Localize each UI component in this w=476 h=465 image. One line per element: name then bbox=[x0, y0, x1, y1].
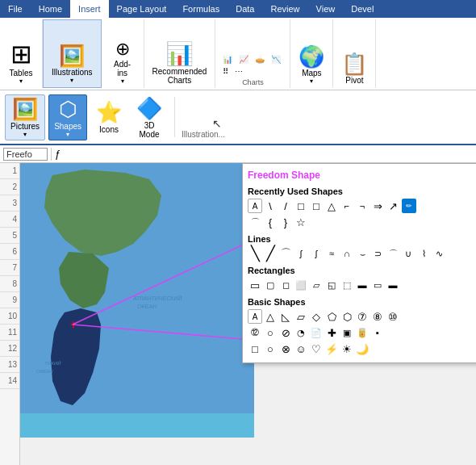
basic-octagon[interactable]: ⑧ bbox=[370, 309, 385, 324]
basic-text-a[interactable]: A bbox=[248, 309, 262, 324]
basic-sun[interactable]: ☀ bbox=[340, 341, 354, 356]
pictures-btn[interactable]: 🖼️ Pictures ▾ bbox=[5, 94, 45, 140]
basic-heart[interactable]: ♡ bbox=[309, 341, 324, 356]
tab-formulas[interactable]: Formulas bbox=[174, 0, 228, 18]
illustrations-icon: 🖼️ bbox=[59, 45, 85, 66]
illustrations-button[interactable]: 🖼️ Illustrations ▾ bbox=[48, 44, 96, 86]
line-chart-btn[interactable]: 📈 bbox=[236, 54, 251, 65]
shape-line-1[interactable]: \ bbox=[263, 199, 278, 213]
basic-moon[interactable]: 🌙 bbox=[355, 341, 370, 356]
shape-rect-2[interactable]: □ bbox=[309, 199, 324, 213]
icons-btn[interactable]: ⭐ Icons bbox=[90, 98, 127, 136]
rect-rounded[interactable]: ▢ bbox=[263, 278, 278, 292]
icons-label: Icons bbox=[99, 125, 119, 134]
basic-tri-right[interactable]: ◺ bbox=[278, 309, 293, 324]
line-connect[interactable]: ⌣ bbox=[355, 246, 370, 261]
recently-used-row-1: A \ / □ □ △ ⌐ ¬ ⇒ ↗ ✏ bbox=[248, 199, 476, 213]
rect-diag[interactable]: ◱ bbox=[324, 278, 339, 292]
line-double[interactable]: ⊃ bbox=[370, 246, 385, 261]
basic-pentagon[interactable]: ⬠ bbox=[324, 309, 339, 324]
basic-circle[interactable]: ○ bbox=[263, 325, 278, 340]
rect-snip-2[interactable]: ⬜ bbox=[294, 278, 308, 292]
basic-fold[interactable]: 📄 bbox=[309, 325, 324, 340]
shape-star-5[interactable]: ☆ bbox=[294, 215, 308, 229]
basic-tri-iso[interactable]: △ bbox=[263, 309, 278, 324]
rect-striped[interactable]: ▬ bbox=[355, 278, 370, 292]
tab-view[interactable]: View bbox=[308, 0, 344, 18]
rect-snip-1[interactable]: ◻ bbox=[278, 278, 293, 292]
tab-file[interactable]: File bbox=[0, 0, 31, 18]
bar-chart-btn[interactable]: 📊 bbox=[220, 54, 235, 65]
tab-review[interactable]: Review bbox=[262, 0, 307, 18]
tables-button[interactable]: ⊞ Tables ▾ bbox=[5, 40, 37, 86]
shape-brace-r[interactable]: } bbox=[278, 215, 293, 229]
basic-plaque[interactable]: ▣ bbox=[340, 325, 354, 340]
basic-dodecagon[interactable]: ⑫ bbox=[248, 325, 262, 340]
line-freeform[interactable]: ∿ bbox=[432, 246, 446, 261]
basic-can[interactable]: 🥫 bbox=[355, 325, 370, 340]
basic-parallelogram[interactable]: ▱ bbox=[294, 309, 308, 324]
shape-curve-1[interactable]: ⌒ bbox=[248, 215, 262, 229]
scatter-chart-btn[interactable]: ⠿ bbox=[220, 66, 231, 77]
shapes-btn[interactable]: ⬡ Shapes ▾ bbox=[48, 94, 87, 140]
line-curve[interactable]: ∫ bbox=[294, 246, 308, 261]
more-chart-btn[interactable]: ⋯ bbox=[232, 66, 245, 77]
line-straight[interactable]: ╲ bbox=[248, 246, 262, 261]
rect-basic[interactable]: ▭ bbox=[248, 278, 262, 292]
shape-corner-1[interactable]: ⌐ bbox=[340, 199, 354, 213]
basic-smiley[interactable]: ☺ bbox=[294, 341, 308, 356]
basic-decagon[interactable]: ⑩ bbox=[386, 309, 400, 324]
line-zigzag[interactable]: ⌒ bbox=[278, 246, 293, 261]
basic-rect-b[interactable]: □ bbox=[248, 341, 262, 356]
pie-chart-icon: 🥧 bbox=[255, 55, 265, 64]
area-chart-btn[interactable]: 📉 bbox=[269, 54, 283, 65]
shape-line-2[interactable]: / bbox=[278, 199, 293, 213]
line-bent[interactable]: ⌇ bbox=[416, 246, 431, 261]
shape-brace-l[interactable]: { bbox=[263, 215, 278, 229]
basic-hexagon[interactable]: ⬡ bbox=[340, 309, 354, 324]
basic-lightning[interactable]: ⚡ bbox=[324, 341, 339, 356]
tab-data[interactable]: Data bbox=[228, 0, 262, 18]
pictures-arrow: ▾ bbox=[23, 131, 27, 138]
tab-home[interactable]: Home bbox=[31, 0, 70, 18]
rect-snip-3[interactable]: ▱ bbox=[309, 278, 324, 292]
shape-freeform[interactable]: ✏ bbox=[402, 199, 416, 213]
line-wave[interactable]: ≈ bbox=[324, 246, 339, 261]
tab-developer[interactable]: Devel bbox=[343, 0, 382, 18]
shape-tri[interactable]: △ bbox=[324, 199, 339, 213]
rect-equal[interactable]: ▭ bbox=[370, 278, 385, 292]
pivot-label: Pivot bbox=[345, 76, 363, 85]
line-elbow-2[interactable]: ∪ bbox=[401, 246, 415, 261]
shape-text-a[interactable]: A bbox=[248, 199, 262, 213]
addins-button[interactable]: ⊕ Add-ins ▾ bbox=[106, 39, 139, 86]
shape-arrow-r[interactable]: ⇒ bbox=[370, 199, 385, 213]
tab-insert[interactable]: Insert bbox=[70, 0, 109, 18]
rect-frame[interactable]: ⬚ bbox=[340, 278, 354, 292]
line-straight-2[interactable]: ╱ bbox=[263, 246, 278, 261]
maps-button[interactable]: 🌍 Maps ▾ bbox=[295, 44, 328, 86]
basic-heptagon[interactable]: ⑦ bbox=[355, 309, 370, 324]
name-box-input[interactable] bbox=[3, 148, 48, 161]
basic-block-arc[interactable]: ◔ bbox=[294, 325, 308, 340]
rect-long[interactable]: ▬ bbox=[386, 278, 400, 292]
pivot-button[interactable]: 📋 Pivot bbox=[338, 52, 370, 86]
basic-oval[interactable]: ○ bbox=[263, 341, 278, 356]
basic-cube[interactable]: ▪ bbox=[370, 325, 385, 340]
pie-chart-btn[interactable]: 🥧 bbox=[253, 54, 267, 65]
shape-corner-2[interactable]: ¬ bbox=[355, 199, 370, 213]
line-arc[interactable]: ∩ bbox=[340, 246, 354, 261]
3d-models-btn[interactable]: 🔷 3DMode bbox=[131, 94, 168, 140]
illustrations-items: 🖼️ Illustrations ▾ bbox=[48, 22, 96, 86]
rec-charts-items: 📊 RecommendedCharts bbox=[149, 21, 211, 86]
basic-prohibit[interactable]: ⊗ bbox=[278, 341, 293, 356]
basic-diamond[interactable]: ◇ bbox=[309, 309, 324, 324]
shape-rect-1[interactable]: □ bbox=[294, 199, 308, 213]
recommended-charts-button[interactable]: 📊 RecommendedCharts bbox=[149, 41, 211, 86]
line-elbow[interactable]: ⌒ bbox=[386, 246, 400, 261]
shape-arrow-ur[interactable]: ↗ bbox=[386, 199, 400, 213]
shapes-panel: Freedom Shape ▲ Recently Used Shapes A \… bbox=[242, 163, 476, 363]
basic-no-sym[interactable]: ⊘ bbox=[278, 325, 293, 340]
tab-page-layout[interactable]: Page Layout bbox=[109, 0, 175, 18]
basic-cross[interactable]: ✚ bbox=[324, 325, 339, 340]
line-s[interactable]: ∫ bbox=[309, 246, 324, 261]
